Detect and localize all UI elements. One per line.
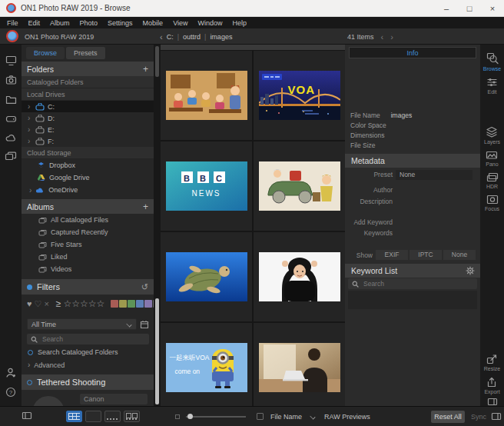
drive-row-c[interactable]: › C: [22,101,154,112]
menu-album[interactable]: Album [50,19,70,27]
color-swatch-yellow[interactable] [119,300,127,308]
filter-search-input[interactable] [41,334,133,344]
album-row-captured-recently[interactable]: Captured Recently [22,226,154,238]
search-cataloged-toggle[interactable]: Search Cataloged Folders [22,344,154,356]
menu-mobile[interactable]: Mobile [143,19,164,27]
add-folder-button[interactable]: + [143,64,148,75]
album-row-liked[interactable]: Liked [22,251,154,263]
reset-all-button[interactable]: Reset All [431,411,465,423]
menu-view[interactable]: View [173,19,187,27]
sync-button[interactable]: Sync [469,411,489,423]
filmstrip-view-button[interactable] [104,411,121,422]
thumbnail-minion-voa[interactable]: 一起来听VOA come on [161,323,252,412]
thumbnail-classroom[interactable] [161,51,252,140]
thumbnail-bbc-news[interactable]: B B C NEWS [161,141,252,231]
breadcrumb-back-icon[interactable]: ‹ [160,32,163,42]
thumbnail-size-slider[interactable] [186,416,246,418]
sidebar-scrollbar[interactable] [154,45,161,406]
camera-icon[interactable] [5,75,17,85]
user-icon[interactable] [5,367,17,378]
none-button[interactable]: None [443,250,476,260]
iptc-button[interactable]: IPTC [410,250,442,260]
like-filter-icon[interactable]: ♥ [27,299,32,308]
grid-view-button[interactable] [66,411,82,422]
calendar-icon[interactable] [140,320,149,329]
menu-photo[interactable]: Photo [80,19,98,27]
tool-resize[interactable]: Resize [484,354,500,371]
add-album-button[interactable]: + [143,201,148,212]
module-hdr[interactable]: HDR [486,172,499,189]
menu-file[interactable]: File [7,19,18,27]
menu-window[interactable]: Window [197,19,222,27]
chevron-down-icon[interactable] [310,414,316,419]
album-row-all-cataloged[interactable]: All Cataloged Files [22,214,154,226]
album-row-five-stars[interactable]: Five Stars [22,238,154,251]
drive-icon[interactable] [5,113,17,124]
drive-row-d[interactable]: › D: [22,112,154,124]
menu-edit[interactable]: Edit [28,19,41,27]
advanced-expander[interactable]: › Advanced [22,356,154,369]
maximize-button[interactable]: □ [458,4,481,13]
rating-gte-icon[interactable]: ≥ [56,298,61,309]
cloud-row-google-drive[interactable]: Google Drive [22,171,154,184]
cloud-row-onedrive[interactable]: › OneDrive [22,184,154,196]
thumbnail-voa-bridge[interactable]: VOA [254,51,345,140]
photos-icon[interactable] [5,151,17,162]
color-swatch-purple[interactable] [144,300,152,308]
module-focus[interactable]: Focus [485,195,499,211]
fire-button[interactable]: Fire [32,396,65,406]
slider-knob[interactable] [187,414,193,419]
time-range-dropdown[interactable]: All Time [27,318,137,330]
menu-settings[interactable]: Settings [108,19,133,27]
star-rating-filter[interactable]: ☆☆☆☆☆ [63,298,104,309]
tab-browse[interactable]: Browse [26,47,65,59]
exif-button[interactable]: EXIF [376,250,408,260]
expand-icon[interactable]: › [28,114,32,122]
tool-export[interactable]: Export [484,377,499,394]
drive-row-e[interactable]: › E: [22,124,154,135]
module-browse[interactable]: Browse [483,52,501,72]
cataloged-folders-label[interactable]: Cataloged Folders [22,76,154,88]
detail-view-button[interactable] [85,411,101,422]
module-layers[interactable]: Layers [484,126,500,145]
color-swatch-blue[interactable] [136,300,144,308]
filters-reset-icon[interactable]: ↺ [141,282,148,292]
cloud-icon[interactable] [5,132,17,143]
thumbnail-car-cartoon[interactable] [254,141,345,231]
minimize-button[interactable]: – [435,4,458,13]
compare-view-button[interactable] [124,411,140,422]
thumbnail-man-laptop[interactable] [254,323,345,412]
close-button[interactable]: × [481,4,504,13]
drive-row-f[interactable]: › F: [22,135,154,147]
module-edit[interactable]: Edit [486,77,499,95]
expand-icon[interactable]: › [28,102,32,111]
gear-icon[interactable] [466,266,475,275]
prev-item-button[interactable]: ‹ [381,32,384,42]
tab-presets[interactable]: Presets [66,47,105,59]
info-button[interactable]: Info [349,47,476,58]
next-item-button[interactable]: › [390,32,393,42]
expand-icon[interactable]: › [28,125,32,134]
expand-icon[interactable]: › [29,186,32,195]
cloud-row-dropbox[interactable]: Dropbox [22,159,154,171]
breadcrumb-folder[interactable]: outtrd [183,33,201,41]
label-checkbox[interactable] [257,413,264,420]
camera-select[interactable]: Canon [80,394,148,404]
keyword-search-input[interactable] [362,279,454,288]
monitor-icon[interactable] [5,55,17,66]
album-row-videos[interactable]: Videos [22,263,154,275]
sort-by-dropdown[interactable]: File Name [270,413,302,421]
panel-left-toggle-icon[interactable] [22,411,32,420]
preset-dropdown[interactable]: None [396,170,472,180]
panel-right-toggle-icon[interactable] [487,398,498,406]
thumbnail-sea-turtle[interactable] [161,232,252,321]
dislike-filter-icon[interactable]: × [44,299,48,308]
color-swatch-red[interactable] [111,300,118,308]
module-pano[interactable]: Pano [486,150,498,167]
color-swatch-green[interactable] [128,300,135,308]
thumbnail-portrait-woman[interactable] [254,232,345,321]
menu-help[interactable]: Help [233,19,247,27]
help-icon[interactable]: ? [5,387,16,398]
breadcrumb-drive[interactable]: C: [167,33,174,41]
unset-like-filter-icon[interactable]: ♡ [35,299,42,309]
